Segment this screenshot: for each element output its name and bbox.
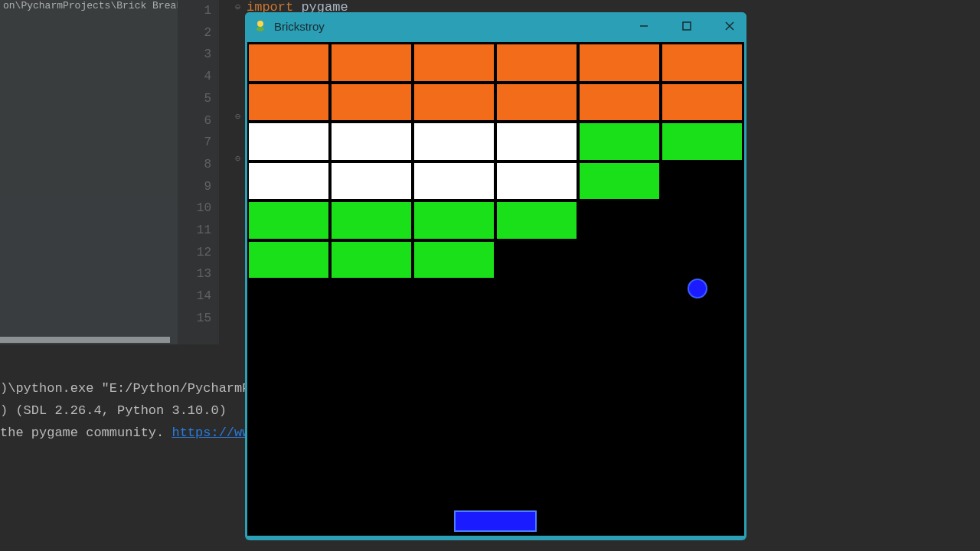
brick-orange [330, 43, 413, 83]
game-window: Brickstroy [245, 12, 746, 540]
brick-white [247, 122, 330, 161]
brick-green [578, 161, 661, 201]
brick-green [247, 240, 330, 280]
game-paddle [454, 510, 537, 532]
minimize-button[interactable] [635, 17, 653, 35]
svg-point-0 [257, 21, 263, 27]
brick-orange [413, 83, 495, 122]
line-number: 13 [178, 263, 211, 285]
brick-orange [247, 43, 330, 83]
brick-green [413, 201, 495, 240]
fold-icon[interactable]: ⊖ [235, 111, 240, 122]
fold-icon[interactable]: ⊖ [235, 153, 240, 165]
brick-white [413, 122, 495, 161]
title-bar[interactable]: Brickstroy [245, 12, 746, 40]
brick-green [578, 122, 661, 161]
project-panel: on\PycharmProjects\Brick Breaker [0, 0, 178, 344]
brick-white [330, 161, 413, 201]
line-number: 12 [178, 242, 211, 264]
editor-gutter: 123456789101112131415 [178, 0, 219, 344]
line-number: 9 [178, 176, 211, 198]
line-number: 10 [178, 197, 211, 220]
brick-white [495, 122, 578, 161]
svg-point-1 [256, 27, 264, 31]
brick-orange [661, 83, 743, 122]
svg-rect-3 [683, 22, 691, 30]
brick-white [330, 122, 413, 161]
brick-orange [413, 43, 495, 83]
brick-orange [247, 83, 330, 122]
line-number: 8 [178, 154, 211, 176]
brick-white [413, 161, 495, 201]
brick-green [330, 240, 413, 280]
line-number: 6 [178, 110, 211, 132]
brick-green [495, 201, 578, 240]
console-text: the pygame community. [0, 425, 172, 440]
brick-orange [578, 83, 661, 122]
window-controls [635, 17, 739, 35]
maximize-button[interactable] [678, 17, 696, 35]
line-number: 7 [178, 132, 211, 154]
brick-orange [661, 43, 743, 83]
game-ball [688, 279, 707, 298]
brick-green [247, 201, 330, 240]
brick-green [413, 240, 495, 280]
fold-icon[interactable]: ⊖ [235, 2, 240, 13]
line-number: 11 [178, 220, 211, 242]
game-canvas[interactable] [247, 42, 744, 536]
panel-divider[interactable] [0, 337, 170, 343]
brick-orange [330, 83, 413, 122]
window-title: Brickstroy [274, 20, 635, 33]
brick-orange [578, 43, 661, 83]
pygame-link[interactable]: https://ww [172, 425, 250, 440]
line-number: 3 [178, 44, 211, 66]
line-number: 5 [178, 88, 211, 110]
line-number: 4 [178, 66, 211, 88]
close-button[interactable] [720, 17, 739, 35]
brick-white [495, 161, 578, 201]
line-number: 1 [178, 0, 211, 22]
brick-green [661, 122, 743, 161]
brick-green [330, 201, 413, 240]
line-number: 2 [178, 22, 211, 44]
brick-orange [495, 43, 578, 83]
line-number: 15 [178, 308, 211, 330]
line-number: 14 [178, 285, 211, 308]
pygame-icon [253, 18, 268, 34]
brick-orange [495, 83, 578, 122]
project-path: on\PycharmProjects\Brick Breaker [0, 0, 178, 11]
brick-white [247, 161, 330, 201]
